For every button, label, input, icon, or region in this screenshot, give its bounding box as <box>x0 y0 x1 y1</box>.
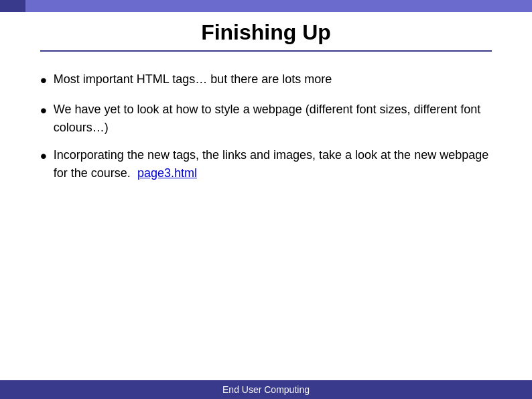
title-divider <box>40 50 492 52</box>
bullet-text-3: Incorporating the new tags, the links an… <box>54 146 492 182</box>
top-bar-light <box>25 0 532 12</box>
bullet-item-2: • We have yet to look at how to style a … <box>40 101 492 137</box>
bullet-item-1: • Most important HTML tags… but there ar… <box>40 70 492 91</box>
footer-bar: End User Computing <box>0 380 532 399</box>
bullet-dot-1: • <box>40 70 47 91</box>
bullet-dot-3: • <box>40 146 47 167</box>
top-bar <box>0 0 532 12</box>
bullet-text-1: Most important HTML tags… but there are … <box>54 70 492 89</box>
bullet-dot-2: • <box>40 101 47 121</box>
title-area: Finishing Up <box>0 12 532 57</box>
bullet-text-2: We have yet to look at how to style a we… <box>54 101 492 137</box>
footer-text: End User Computing <box>222 384 310 395</box>
slide-title: Finishing Up <box>40 20 492 50</box>
top-bar-dark <box>0 0 25 12</box>
page3-link[interactable]: page3.html <box>137 166 197 180</box>
content-area: • Most important HTML tags… but there ar… <box>0 57 532 380</box>
bullet-3-prefix: Incorporating the new tags, the links an… <box>54 148 488 180</box>
slide: Finishing Up • Most important HTML tags…… <box>0 0 532 399</box>
bullet-item-3: • Incorporating the new tags, the links … <box>40 146 492 182</box>
